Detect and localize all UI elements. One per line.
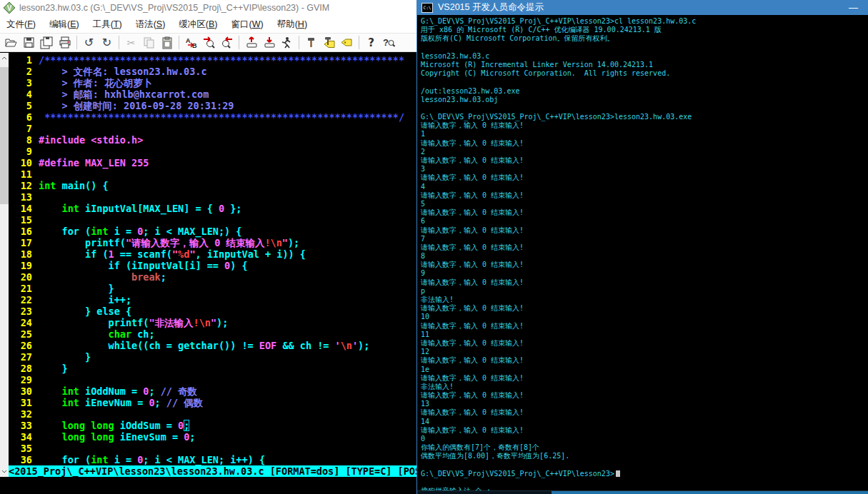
- console-line: 版权所有(C) Microsoft Corporation。保留所有权利。: [421, 34, 868, 43]
- console-line: 请输入数字，输入 0 结束输入!: [421, 391, 868, 400]
- console-line: 请输入数字，输入 0 结束输入!: [421, 374, 868, 383]
- line-number: 18: [9, 248, 39, 260]
- line-number: 4: [9, 89, 39, 100]
- scrollbar-up-arrow-icon[interactable]: [0, 53, 9, 64]
- line-number: 30: [9, 385, 39, 397]
- code-line-27: 27 }: [9, 351, 416, 363]
- line-number: 33: [9, 420, 39, 431]
- open-icon[interactable]: [2, 34, 20, 51]
- menu-item-window[interactable]: 窗口(W): [231, 19, 264, 31]
- console-line: [421, 78, 868, 86]
- paste-icon[interactable]: [158, 34, 176, 51]
- line-number: 1: [9, 54, 39, 66]
- session-load-icon[interactable]: [242, 34, 260, 51]
- vim-icon: V: [4, 2, 15, 14]
- line-number: 13: [9, 191, 39, 203]
- code-line-17: 17 printf("请输入数字，输入 0 结束输入!\n");: [9, 237, 416, 248]
- line-number: 16: [9, 226, 39, 237]
- menu-item-edit[interactable]: 编辑(E): [49, 19, 79, 31]
- code-line-10: 10#define MAX_LEN 255: [9, 157, 416, 168]
- code-line-36: 36 for (int i = 0; i < MAX_LEN; i++) {: [9, 454, 416, 465]
- line-number: 5: [9, 100, 39, 111]
- toolbar-separator: [76, 36, 77, 49]
- find-replace-icon[interactable]: AB: [182, 34, 200, 51]
- console-hscrollbar[interactable]: [417, 490, 868, 494]
- redo-icon[interactable]: ↻: [98, 34, 116, 51]
- line-number: 22: [9, 294, 39, 306]
- menu-item-file[interactable]: 文件(F): [6, 19, 36, 31]
- vertical-scrollbar[interactable]: [0, 53, 9, 477]
- line-number: 36: [9, 454, 39, 465]
- line-number: 23: [9, 306, 39, 317]
- vim-cursor: ;: [184, 420, 189, 431]
- print-icon[interactable]: [56, 34, 74, 51]
- code-area[interactable]: 1/**************************************…: [9, 54, 416, 465]
- console-line: 请输入数字，输入 0 结束输入!: [421, 426, 868, 435]
- code-line-13: 13: [9, 191, 416, 203]
- make-icon[interactable]: [302, 34, 320, 51]
- code-line-9: 9: [9, 146, 416, 157]
- minimize-button[interactable]: —: [844, 2, 862, 13]
- line-number: 11: [9, 168, 39, 180]
- console-line: 11: [421, 331, 868, 339]
- gvim-window: V lesson23.hw.03.c (G:\_DEV\VS_Proj\VS20…: [0, 0, 416, 494]
- code-line-35: 35: [9, 443, 416, 454]
- find-help-icon[interactable]: ?: [380, 34, 398, 51]
- menu-item-syntax[interactable]: 语法(S): [136, 19, 166, 31]
- console-line: 请输入数字，输入 0 结束输入!: [421, 173, 868, 182]
- console-line: 3: [421, 165, 868, 173]
- help-icon[interactable]: ?: [362, 34, 380, 51]
- copy-icon: [140, 34, 158, 51]
- console-line: 14: [421, 418, 868, 426]
- console-line: 你输入的偶数有[7]个，奇数有[8]个: [421, 443, 868, 452]
- save-icon[interactable]: [20, 34, 38, 51]
- code-line-11: 11: [9, 168, 416, 180]
- console-output[interactable]: G:\_DEV\VS_Proj\VS2015_Proj\_C++VIP\less…: [419, 15, 868, 490]
- code-line-30: 30 int iOddNum = 0; // 奇数: [9, 385, 416, 397]
- console-hscrollbar-thumb[interactable]: [552, 491, 868, 494]
- svg-text:V: V: [7, 4, 12, 12]
- session-save-icon[interactable]: [260, 34, 278, 51]
- console-line: lesson23.hw.03.obj: [421, 96, 868, 104]
- line-number: 27: [9, 351, 39, 363]
- line-number: 20: [9, 271, 39, 283]
- console-line: 请输入数字，输入 0 结束输入!: [421, 339, 868, 348]
- line-number: 32: [9, 408, 39, 420]
- code-line-24: 24 printf("非法输入!\n");: [9, 317, 416, 328]
- toolbar-separator: [359, 36, 359, 49]
- console-line: 请输入数字，输入 0 结束输入!: [421, 226, 868, 235]
- console-line: 4: [421, 183, 868, 191]
- console-line: 请输入数字，输入 0 结束输入!: [421, 156, 868, 165]
- console-line: Copyright (C) Microsoft Corporation. All…: [421, 69, 868, 78]
- svg-text:A: A: [186, 37, 191, 44]
- code-line-31: 31 int iEnevNum = 0; // 偶数: [9, 397, 416, 408]
- code-line-28: 28 }: [9, 363, 416, 374]
- console-line: 2: [421, 148, 868, 156]
- menu-item-help[interactable]: 帮助(H): [277, 19, 307, 31]
- menu-item-tools[interactable]: 工具(T): [93, 19, 122, 31]
- code-line-6: 6 **************************************…: [9, 111, 416, 123]
- scrollbar-thumb[interactable]: [0, 67, 9, 204]
- build-tags-icon[interactable]: [320, 34, 338, 51]
- console-line: 请输入数字，输入 0 结束输入!: [421, 408, 868, 417]
- code-line-14: 14 int iInputVal[MAX_LEN] = { 0 };: [9, 203, 416, 214]
- gvim-text-area[interactable]: 1/**************************************…: [0, 53, 416, 494]
- console-line: 7: [421, 235, 868, 243]
- console-line: 12: [421, 348, 868, 356]
- run-script-icon[interactable]: [278, 34, 296, 51]
- line-number: 9: [9, 146, 39, 157]
- scrollbar-down-arrow-icon[interactable]: [0, 466, 9, 477]
- find-next-icon[interactable]: [200, 34, 218, 51]
- code-line-12: 12int main() {: [9, 180, 416, 191]
- line-number: 25: [9, 328, 39, 340]
- console-line: 1e: [421, 366, 868, 374]
- undo-icon[interactable]: ↺: [80, 34, 98, 51]
- line-number: 34: [9, 431, 39, 443]
- jump-tag-icon[interactable]: [338, 34, 356, 51]
- find-prev-icon[interactable]: [218, 34, 236, 51]
- save-all-icon[interactable]: [38, 34, 56, 51]
- line-number: 10: [9, 157, 39, 168]
- svg-text:?: ?: [383, 37, 389, 48]
- code-line-16: 16 for (int i = 0; i < MAX_LEN;) {: [9, 226, 416, 237]
- menu-item-buffers[interactable]: 缓冲区(B): [179, 19, 217, 31]
